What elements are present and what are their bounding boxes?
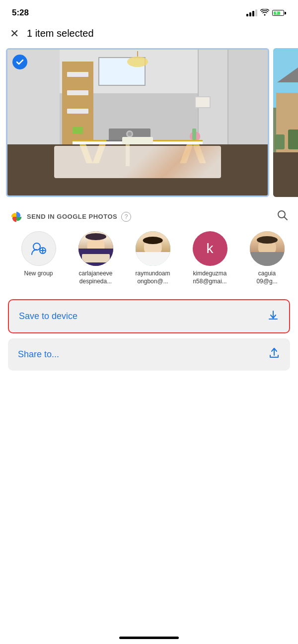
contact-new-group[interactable]: New group [10, 231, 67, 285]
status-icons [246, 9, 286, 17]
selection-header: ✕ 1 item selected [0, 22, 298, 43]
kim-label: kimdeguzman58@gmai... [193, 270, 226, 285]
home-indicator [119, 637, 179, 639]
save-to-device-label: Save to device [19, 311, 77, 322]
selected-photo[interactable] [6, 48, 269, 197]
photo-gallery-area [0, 43, 298, 202]
svg-point-3 [33, 243, 40, 250]
kim-avatar: k [193, 231, 227, 266]
caguia-avatar [250, 231, 285, 266]
send-label: SEND IN GOOGLE PHOTOS [27, 213, 117, 220]
svg-marker-0 [276, 11, 278, 15]
contact-caguia[interactable]: caguia09@g... [238, 231, 288, 285]
close-button[interactable]: ✕ [10, 28, 19, 39]
contacts-row: New group carlajaneevedespineda... [10, 231, 288, 285]
send-header-left: SEND IN GOOGLE PHOTOS ? [10, 210, 131, 223]
new-group-label: New group [24, 270, 53, 278]
selection-count-label: 1 item selected [27, 28, 94, 39]
svg-line-2 [285, 217, 288, 220]
status-bar: 5:28 [0, 0, 298, 22]
carla-avatar [78, 231, 113, 266]
action-buttons-section: Save to device Share to... [0, 289, 298, 381]
contact-kim[interactable]: k kimdeguzman58@gmai... [181, 231, 238, 285]
kim-initial: k [207, 241, 214, 257]
raymundo-avatar [136, 231, 170, 266]
save-to-device-button[interactable]: Save to device [8, 299, 290, 333]
contact-raymundo[interactable]: raymundoamongbon@... [124, 231, 181, 285]
status-time: 5:28 [12, 8, 29, 18]
share-icon [268, 347, 280, 362]
help-icon[interactable]: ? [121, 212, 131, 222]
send-header: SEND IN GOOGLE PHOTOS ? [10, 210, 288, 223]
new-group-avatar [21, 231, 56, 266]
share-to-button[interactable]: Share to... [8, 338, 290, 371]
send-section: SEND IN GOOGLE PHOTOS ? [0, 202, 298, 289]
search-button[interactable] [277, 210, 288, 223]
contact-carla[interactable]: carlajaneevedespineda... [67, 231, 124, 285]
selection-checkmark [12, 55, 27, 69]
signal-icon [246, 9, 257, 16]
download-icon [267, 309, 279, 323]
carla-label: carlajaneevedespineda... [78, 270, 112, 285]
google-photos-logo [10, 210, 23, 223]
next-photo-preview[interactable] [273, 48, 298, 197]
share-to-label: Share to... [18, 349, 59, 360]
caguia-label: caguia09@g... [256, 270, 277, 285]
battery-icon [272, 10, 286, 16]
wifi-icon [260, 9, 269, 17]
raymundo-label: raymundoamongbon@... [135, 270, 170, 285]
